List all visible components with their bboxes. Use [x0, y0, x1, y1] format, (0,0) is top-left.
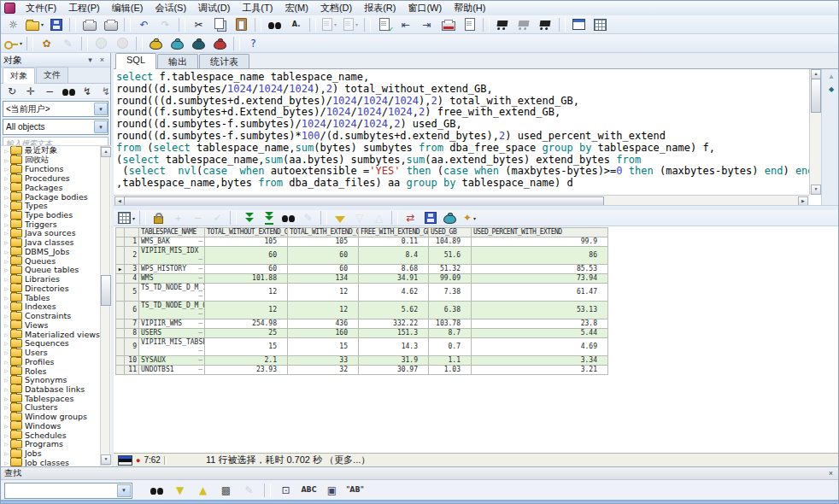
case-sensitive-button[interactable]: "AB" [345, 482, 365, 499]
expander-icon[interactable]: ▷ [3, 267, 10, 273]
cell-popup-button[interactable]: – [198, 356, 202, 365]
expander-icon[interactable]: ▷ [3, 441, 10, 447]
cart-view-button[interactable] [536, 16, 555, 33]
tree-scrollbar[interactable]: ▲ ▼ [100, 146, 110, 466]
row-indicator-cell[interactable]: ▶ [116, 265, 125, 274]
find-panel-close-button[interactable]: × [825, 468, 836, 478]
find-input[interactable]: ▼ [4, 483, 132, 499]
cell-total_with_extend_gb[interactable]: 436 [288, 319, 359, 329]
menu-item-edit[interactable]: 编辑(E) [106, 1, 150, 15]
print-preview-button[interactable] [101, 16, 120, 33]
tree-item-recycle-bin[interactable]: ▷回收站 [1, 155, 111, 165]
history-forward-button[interactable]: ▾ [341, 16, 361, 33]
cell-tablespace-name[interactable]: USERS– [139, 329, 205, 338]
preferences-button[interactable]: ✿ [37, 35, 56, 52]
tree-item-recent-objects[interactable]: ▷最近对象 [1, 146, 111, 155]
expander-icon[interactable]: ▷ [3, 377, 10, 383]
expander-icon[interactable]: ▷ [3, 460, 10, 466]
row-indicator-cell[interactable] [116, 247, 125, 265]
tree-item-schedules[interactable]: ▷Schedules [1, 431, 111, 440]
cell-used_percent_with_extend[interactable]: 73.94 [472, 274, 608, 284]
cell-used_percent_with_extend[interactable]: 53.13 [472, 302, 608, 319]
break-icon[interactable]: ● [136, 456, 140, 465]
editor-vscrollbar[interactable]: ▲ ▼ [809, 69, 821, 195]
cell-total_with_extend_gb[interactable]: 160 [288, 329, 359, 338]
scroll-down-arrow[interactable]: ▼ [811, 185, 821, 195]
cell-used_gb[interactable]: 7.38 [429, 284, 472, 302]
save-grid-button[interactable] [421, 210, 439, 226]
row-number-cell[interactable]: 2 [125, 247, 139, 265]
tree-item-tables[interactable]: ▷Tables [1, 293, 111, 302]
collapse-button[interactable]: − [41, 84, 58, 98]
sidebar-tab-files[interactable]: 文件 [36, 67, 68, 83]
navigate-down-button[interactable]: ◆ [825, 84, 838, 95]
expander-icon[interactable]: ▷ [3, 258, 10, 264]
find-button[interactable] [265, 16, 285, 33]
grid-menu-button[interactable]: ▾ [117, 210, 136, 226]
tree-item-package-bodies[interactable]: ▷Package bodies [1, 192, 111, 202]
cell-used_gb[interactable]: 103.78 [429, 319, 472, 329]
expander-icon[interactable]: ▷ [3, 404, 10, 410]
cell-used_gb[interactable]: 104.89 [429, 237, 472, 247]
cell-used_gb[interactable]: 1.03 [429, 366, 472, 375]
tree-item-queues[interactable]: ▷Queues [1, 256, 111, 266]
cell-total_without_extend_gb[interactable]: 12 [205, 302, 288, 319]
cell-total_without_extend_gb[interactable]: 101.88 [205, 274, 288, 284]
tab-output[interactable]: 输出 [157, 54, 198, 68]
tree-item-windows[interactable]: ▷Windows [1, 421, 111, 431]
expander-icon[interactable]: ▷ [3, 340, 10, 346]
row-number-cell[interactable]: 4 [125, 274, 139, 284]
column-header-used_gb[interactable]: USED_GB [429, 228, 472, 237]
cell-free_with_extend_gb[interactable]: 5.62 [359, 302, 429, 319]
cell-free_with_extend_gb[interactable]: 4.62 [359, 284, 429, 302]
tree-item-dbms-jobs[interactable]: ▷DBMS_Jobs [1, 247, 111, 256]
expander-icon[interactable]: ▷ [3, 432, 10, 438]
sql-editor[interactable]: select f.tablespace_name tablespace_name… [114, 69, 809, 195]
cut-button[interactable]: ✂ [189, 16, 208, 33]
document-button[interactable] [460, 16, 479, 33]
cell-tablespace-name[interactable]: VIPIIR_MIS_TABSP– [139, 338, 205, 356]
cell-free_with_extend_gb[interactable]: 34.91 [359, 274, 429, 284]
expander-icon[interactable]: ▷ [3, 230, 10, 236]
cell-used_gb[interactable]: 51.32 [429, 265, 472, 274]
cell-free_with_extend_gb[interactable]: 30.97 [359, 366, 429, 375]
commit-button[interactable] [91, 35, 111, 52]
redo-button[interactable]: ↷ [155, 16, 175, 33]
window-list-button[interactable] [569, 16, 589, 33]
cell-tablespace-name[interactable]: SYSAUX– [139, 356, 205, 366]
cell-total_without_extend_gb[interactable]: 105 [205, 237, 288, 247]
cell-total_without_extend_gb[interactable]: 12 [205, 284, 288, 302]
tree-item-types[interactable]: ▷Types [1, 201, 111, 210]
menu-item-file[interactable]: 文件(F) [20, 1, 62, 15]
expander-icon[interactable]: ▷ [3, 322, 10, 328]
row-indicator-cell[interactable] [116, 274, 125, 284]
expander-icon[interactable]: ▷ [3, 239, 10, 245]
cell-total_without_extend_gb[interactable]: 60 [205, 265, 288, 274]
cell-total_with_extend_gb[interactable]: 60 [288, 247, 359, 265]
cell-popup-button[interactable]: – [198, 265, 202, 273]
copy-button[interactable] [210, 16, 230, 33]
cell-free_with_extend_gb[interactable]: 0.11 [359, 237, 429, 247]
sort-desc-button[interactable]: ▽ [350, 210, 368, 226]
expander-icon[interactable]: ▷ [3, 349, 10, 355]
menu-item-tools[interactable]: 工具(T) [236, 1, 279, 15]
filter-data-button[interactable] [331, 210, 349, 226]
row-number-cell[interactable]: 6 [125, 302, 139, 319]
edit-data-button[interactable]: ✎ [299, 210, 317, 226]
fetch-next-page-button[interactable] [240, 210, 258, 226]
cell-free_with_extend_gb[interactable]: 8.4 [359, 247, 429, 265]
tree-item-views[interactable]: ▷Views [1, 320, 111, 330]
tree-item-procedures[interactable]: ▷Procedures [1, 173, 111, 183]
tab-sql[interactable]: SQL [115, 53, 156, 69]
cell-used_percent_with_extend[interactable]: 4.69 [472, 338, 608, 356]
expander-icon[interactable]: ▷ [3, 331, 10, 337]
cart-add-button[interactable] [493, 16, 513, 33]
cell-total_with_extend_gb[interactable]: 33 [288, 356, 359, 366]
menu-item-macro[interactable]: 宏(M) [279, 1, 314, 15]
column-header-total_with_extend_gb[interactable]: TOTAL_WITH_EXTEND_GB [288, 228, 359, 237]
cell-used_percent_with_extend[interactable]: 99.9 [472, 237, 608, 247]
expander-icon[interactable]: ▷ [3, 166, 10, 172]
object-filter-select[interactable]: All objects ▼ [3, 119, 109, 135]
cell-popup-button[interactable]: – [198, 329, 202, 337]
cell-popup-button[interactable]: – [198, 310, 202, 319]
